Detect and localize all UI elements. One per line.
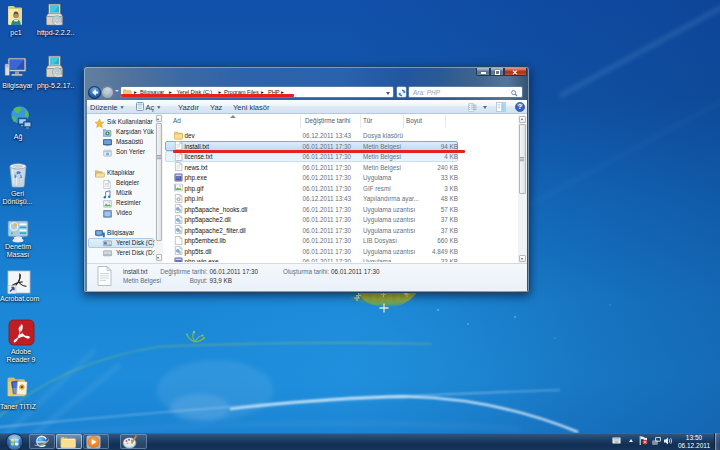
svg-text:?: ?: [518, 103, 522, 110]
